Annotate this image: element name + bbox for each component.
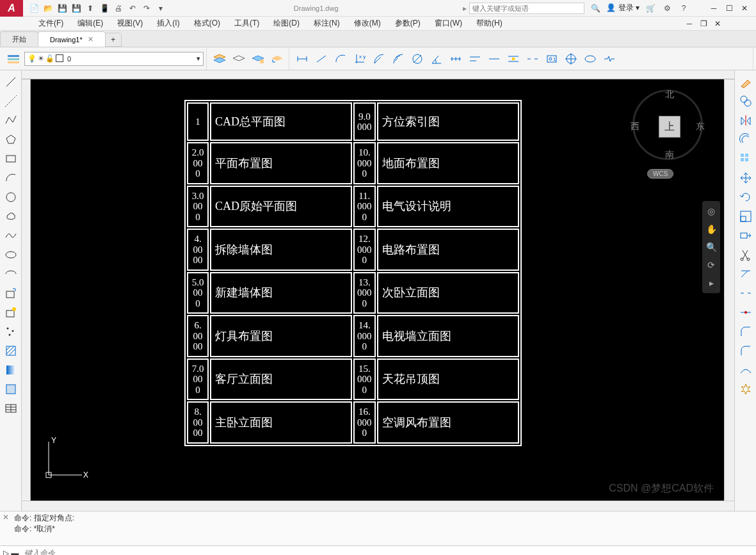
extend-icon[interactable] [737, 265, 755, 283]
layer-prev-icon[interactable] [268, 50, 286, 68]
menu-draw[interactable]: 绘图(D) [267, 17, 306, 30]
gradient-icon[interactable] [2, 361, 20, 379]
nav-wheel-icon[interactable]: ◎ [705, 205, 718, 218]
binoculars-icon[interactable]: 🔍 [590, 3, 601, 14]
layer-match-icon[interactable] [249, 50, 267, 68]
tab-add-button[interactable]: + [105, 33, 122, 47]
app-logo[interactable]: A [0, 0, 23, 17]
stretch-icon[interactable] [737, 227, 755, 245]
dim-linear-icon[interactable] [293, 50, 311, 68]
saveas-icon[interactable]: 💾 [70, 3, 82, 14]
dim-ordinate-icon[interactable]: x y [351, 50, 369, 68]
region-icon[interactable] [2, 380, 20, 398]
doc-restore[interactable]: ❐ [697, 19, 710, 29]
compass-west[interactable]: 西 [631, 121, 639, 133]
cmd-close-icon[interactable]: ✕ [0, 511, 12, 545]
save-icon[interactable]: 💾 [56, 3, 68, 14]
rectangle-icon[interactable] [2, 150, 20, 168]
fillet-icon[interactable] [737, 342, 755, 360]
layer-properties-icon[interactable] [5, 50, 23, 68]
line-icon[interactable] [2, 73, 20, 91]
polygon-icon[interactable] [2, 131, 20, 149]
cloud-icon[interactable]: ⬆ [84, 3, 96, 14]
dim-baseline-icon[interactable] [466, 50, 484, 68]
command-input[interactable] [22, 549, 756, 556]
dim-diameter-icon[interactable] [408, 50, 426, 68]
new-icon[interactable]: 📄 [28, 3, 40, 14]
inspect-icon[interactable] [581, 50, 599, 68]
app-icon[interactable]: ⚙ [661, 3, 673, 14]
cart-icon[interactable]: 🛒 [645, 3, 656, 14]
tab-drawing1[interactable]: Drawing1*✕ [38, 31, 106, 47]
viewcube-top[interactable]: 上 [659, 116, 680, 138]
menu-modify[interactable]: 修改(M) [348, 17, 387, 30]
dimjogline-icon[interactable] [600, 50, 618, 68]
search-arrow-icon[interactable]: ▸ [460, 4, 469, 13]
close-button[interactable]: ✕ [738, 3, 751, 13]
redo-icon[interactable]: ↷ [141, 3, 152, 14]
hatch-icon[interactable] [2, 342, 20, 360]
drawing-canvas[interactable]: 1CAD总平面图9.0000方位索引图2.0000平面布置图10.0000地面布… [31, 79, 724, 501]
doc-close[interactable]: ✕ [711, 19, 724, 29]
scrollbar-horizontal[interactable] [22, 501, 734, 511]
layer-iso-icon[interactable] [230, 50, 248, 68]
menu-window[interactable]: 窗口(W) [428, 17, 469, 30]
dropdown-icon[interactable]: ▾ [155, 3, 166, 14]
dim-arc-icon[interactable] [332, 50, 350, 68]
scrollbar-vertical[interactable] [724, 79, 734, 501]
help-icon[interactable]: ? [678, 3, 689, 14]
dim-continue-icon[interactable] [485, 50, 503, 68]
menu-insert[interactable]: 插入(I) [150, 17, 186, 30]
nav-zoom-icon[interactable]: 🔍 [705, 241, 718, 253]
table-icon[interactable] [2, 399, 20, 417]
compass-east[interactable]: 东 [696, 121, 705, 133]
ellipse-arc-icon[interactable] [2, 265, 20, 283]
erase-icon[interactable] [737, 73, 755, 91]
break-icon[interactable] [737, 284, 755, 302]
rotate-icon[interactable] [737, 188, 755, 206]
compass-north[interactable]: 北 [665, 89, 674, 101]
menu-parametric[interactable]: 参数(P) [389, 17, 427, 30]
mirror-icon[interactable] [737, 111, 755, 129]
revcloud-icon[interactable] [2, 207, 20, 225]
chamfer-icon[interactable] [737, 323, 755, 341]
cmd-prompt-icon[interactable]: ▷ ▬ [0, 549, 22, 556]
tab-close-icon[interactable]: ✕ [88, 35, 93, 44]
block-icon[interactable] [2, 303, 20, 321]
tolerance-icon[interactable]: 1 [543, 50, 561, 68]
scale-icon[interactable] [737, 207, 755, 225]
search-input[interactable] [469, 3, 584, 14]
dim-space-icon[interactable] [504, 50, 522, 68]
nav-show-icon[interactable]: ▸ [705, 277, 718, 289]
dim-aligned-icon[interactable] [312, 50, 330, 68]
viewcube[interactable]: 上 北 南 东 西 WCS [629, 90, 706, 198]
nav-pan-icon[interactable]: ✋ [705, 223, 718, 236]
tab-start[interactable]: 开始 [0, 31, 38, 47]
spline-icon[interactable] [2, 227, 20, 245]
menu-help[interactable]: 帮助(H) [470, 17, 509, 30]
blend-icon[interactable] [737, 361, 755, 379]
xline-icon[interactable] [2, 92, 20, 110]
dim-break-icon[interactable] [524, 50, 542, 68]
print-icon[interactable]: 🖨 [113, 3, 124, 14]
dim-radius-icon[interactable] [370, 50, 388, 68]
explode-icon[interactable] [737, 380, 755, 398]
menu-file[interactable]: 文件(F) [32, 17, 70, 30]
insert-icon[interactable] [2, 284, 20, 302]
dim-angular-icon[interactable] [428, 50, 446, 68]
dim-quick-icon[interactable] [447, 50, 465, 68]
trim-icon[interactable] [737, 246, 755, 264]
layer-state-icon[interactable] [211, 50, 229, 68]
point-icon[interactable] [2, 323, 20, 341]
copy-icon[interactable] [737, 92, 755, 110]
arc-icon[interactable] [2, 169, 20, 187]
login-button[interactable]: 👤 登录 ▾ [606, 3, 639, 13]
offset-icon[interactable] [737, 131, 755, 149]
menu-edit[interactable]: 编辑(E) [71, 17, 109, 30]
polyline-icon[interactable] [2, 111, 20, 129]
array-icon[interactable] [737, 150, 755, 168]
doc-minimize[interactable]: ─ [683, 19, 696, 29]
mobile-icon[interactable]: 📱 [99, 3, 110, 14]
menu-tools[interactable]: 工具(T) [228, 17, 266, 30]
nav-orbit-icon[interactable]: ⟳ [705, 259, 718, 271]
